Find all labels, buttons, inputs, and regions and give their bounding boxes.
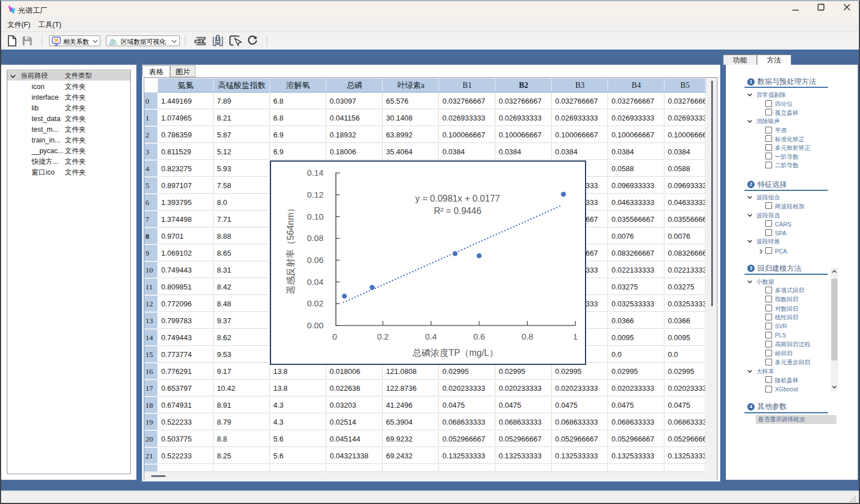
svg-text:总磷浓度TP（mg/L）: 总磷浓度TP（mg/L）	[412, 348, 498, 358]
svg-text:0.8: 0.8	[521, 332, 533, 341]
svg-text:0.00: 0.00	[307, 320, 323, 330]
svg-text:1: 1	[573, 332, 578, 341]
svg-text:0.04: 0.04	[307, 277, 323, 287]
svg-text:0.06: 0.06	[307, 255, 323, 265]
svg-text:0.10: 0.10	[307, 212, 323, 221]
svg-text:0.08: 0.08	[307, 233, 323, 243]
svg-text:0: 0	[333, 332, 337, 341]
svg-text:0.02: 0.02	[307, 298, 323, 308]
svg-text:0.14: 0.14	[307, 168, 323, 177]
svg-text:0.2: 0.2	[377, 332, 389, 341]
svg-text:遥感反射率（564nm）: 遥感反射率（564nm）	[286, 204, 295, 295]
svg-text:R² = 0.9446: R² = 0.9446	[434, 206, 481, 216]
svg-text:y = 0.0981x + 0.0177: y = 0.0981x + 0.0177	[415, 194, 500, 203]
svg-text:0.6: 0.6	[473, 332, 485, 341]
svg-text:0.4: 0.4	[425, 332, 437, 341]
svg-text:0.12: 0.12	[307, 190, 323, 199]
